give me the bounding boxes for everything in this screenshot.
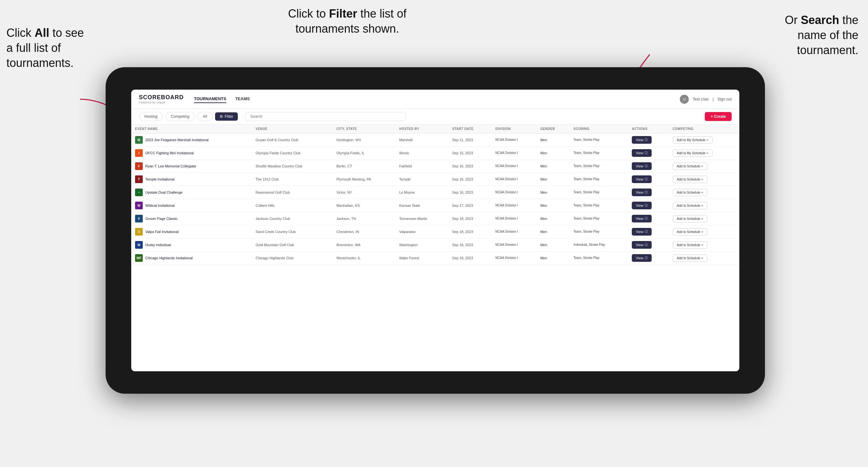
cell-venue-4: Ravenwood Golf Club bbox=[252, 186, 333, 199]
cell-competing-6: Add to Schedule + bbox=[669, 212, 739, 225]
cell-hosted-7: Valparaiso bbox=[395, 225, 448, 239]
plus-icon-7: + bbox=[701, 230, 703, 234]
add-schedule-button-5[interactable]: Add to Schedule + bbox=[673, 202, 707, 209]
cell-date-2: Sep 16, 2023 bbox=[448, 160, 492, 173]
event-name-text-7: Valpo Fall Invitational bbox=[145, 230, 179, 234]
nav-teams[interactable]: TEAMS bbox=[235, 95, 250, 103]
info-icon-4: ⓘ bbox=[645, 190, 648, 195]
create-button[interactable]: + Create bbox=[705, 112, 732, 121]
cell-city-2: Berlin, CT bbox=[333, 160, 395, 173]
cell-hosted-8: Washington bbox=[395, 239, 448, 252]
plus-icon-2: + bbox=[701, 164, 703, 168]
cell-event-name-2: F Ryan T. Lee Memorial Collegiate bbox=[131, 160, 252, 173]
info-icon-9: ⓘ bbox=[645, 256, 648, 260]
cell-gender-9: Men bbox=[536, 252, 570, 265]
cell-competing-5: Add to Schedule + bbox=[669, 199, 739, 212]
view-button-2[interactable]: View ⓘ bbox=[632, 162, 652, 170]
add-schedule-button-2[interactable]: Add to Schedule + bbox=[673, 163, 707, 170]
view-button-6[interactable]: View ⓘ bbox=[632, 215, 652, 222]
view-button-7[interactable]: View ⓘ bbox=[632, 228, 652, 236]
col-gender: GENDER bbox=[536, 125, 570, 133]
cell-event-name-9: WF Chicago Highlands Invitational bbox=[131, 252, 252, 265]
sign-out-link[interactable]: Sign out bbox=[718, 97, 732, 101]
cell-venue-8: Gold Mountain Golf Club bbox=[252, 239, 333, 252]
search-input[interactable] bbox=[246, 112, 405, 121]
cell-actions-4: View ⓘ bbox=[628, 186, 669, 199]
view-button-9[interactable]: View ⓘ bbox=[632, 254, 652, 262]
cell-date-1: Sep 15, 2023 bbox=[448, 147, 492, 160]
all-tab[interactable]: All bbox=[197, 112, 213, 121]
toolbar: Hosting Competing All ⚙ ⚙ Filter Filter … bbox=[131, 109, 739, 125]
cell-division-4: NCAA Division I bbox=[492, 186, 536, 199]
view-button-1[interactable]: View ⓘ bbox=[632, 149, 652, 157]
filter-icon: ⚙ bbox=[220, 114, 223, 119]
cell-actions-9: View ⓘ bbox=[628, 252, 669, 265]
add-schedule-button-0[interactable]: Add to My Schedule + bbox=[673, 136, 712, 144]
view-button-5[interactable]: View ⓘ bbox=[632, 201, 652, 209]
col-hosted-by: HOSTED BY bbox=[395, 125, 448, 133]
cell-scoring-2: Team, Stroke Play bbox=[570, 160, 628, 173]
hosting-tab[interactable]: Hosting bbox=[139, 112, 163, 121]
add-schedule-button-3[interactable]: Add to Schedule + bbox=[673, 176, 707, 183]
cell-competing-4: Add to Schedule + bbox=[669, 186, 739, 199]
cell-scoring-4: Team, Stroke Play bbox=[570, 186, 628, 199]
view-button-3[interactable]: View ⓘ bbox=[632, 176, 652, 183]
col-scoring: SCORING bbox=[570, 125, 628, 133]
team-logo-6: V bbox=[135, 215, 143, 222]
view-button-0[interactable]: View ⓘ bbox=[632, 136, 652, 144]
plus-icon-1: + bbox=[706, 151, 708, 155]
add-schedule-button-9[interactable]: Add to Schedule + bbox=[673, 254, 707, 262]
add-schedule-button-4[interactable]: Add to Schedule + bbox=[673, 189, 707, 196]
cell-venue-7: Sand Creek Country Club bbox=[252, 225, 333, 239]
plus-icon-0: + bbox=[706, 138, 708, 142]
cell-division-9: NCAA Division I bbox=[492, 252, 536, 265]
table-row: V Valpo Fall Invitational Sand Creek Cou… bbox=[131, 225, 739, 239]
cell-gender-8: Men bbox=[536, 239, 570, 252]
view-button-8[interactable]: View ⓘ bbox=[632, 241, 652, 249]
table-row: V Grover Page Classic Jackson Country Cl… bbox=[131, 212, 739, 225]
cell-date-8: Sep 18, 2023 bbox=[448, 239, 492, 252]
col-actions: ACTIONS bbox=[628, 125, 669, 133]
cell-date-9: Sep 18, 2023 bbox=[448, 252, 492, 265]
cell-venue-9: Chicago Highlands Club bbox=[252, 252, 333, 265]
cell-division-1: NCAA Division I bbox=[492, 147, 536, 160]
col-city-state: CITY, STATE bbox=[333, 125, 395, 133]
plus-icon-9: + bbox=[701, 256, 703, 260]
add-schedule-button-6[interactable]: Add to Schedule + bbox=[673, 215, 707, 222]
cell-scoring-1: Team, Stroke Play bbox=[570, 147, 628, 160]
team-logo-1: I bbox=[135, 149, 143, 157]
nav-tournaments[interactable]: TOURNAMENTS bbox=[194, 95, 226, 103]
cell-event-name-7: V Valpo Fall Invitational bbox=[131, 225, 252, 239]
cell-venue-6: Jackson Country Club bbox=[252, 212, 333, 225]
cell-competing-7: Add to Schedule + bbox=[669, 225, 739, 239]
info-icon-0: ⓘ bbox=[645, 137, 648, 142]
info-icon-8: ⓘ bbox=[645, 243, 648, 247]
cell-gender-3: Men bbox=[536, 173, 570, 186]
event-name-text-3: Temple Invitational bbox=[145, 177, 175, 181]
event-name-text-4: Upstate Dual Challenge bbox=[145, 190, 182, 194]
cell-city-7: Chesterton, IN bbox=[333, 225, 395, 239]
team-logo-8: W bbox=[135, 241, 143, 249]
logo-area: SCOREBOARD Powered by clippd bbox=[139, 94, 184, 104]
col-start-date: START DATE bbox=[448, 125, 492, 133]
add-schedule-button-1[interactable]: Add to My Schedule + bbox=[673, 150, 712, 157]
event-name-text-6: Grover Page Classic bbox=[145, 217, 178, 221]
table-row: F Ryan T. Lee Memorial Collegiate Shuttl… bbox=[131, 160, 739, 173]
cell-venue-3: The 1912 Club bbox=[252, 173, 333, 186]
cell-hosted-2: Fairfield bbox=[395, 160, 448, 173]
filter-button[interactable]: ⚙ ⚙ Filter Filter bbox=[215, 112, 238, 121]
table-row: M 2023 Joe Feaganes Marshall Invitationa… bbox=[131, 133, 739, 147]
app-header: SCOREBOARD Powered by clippd TOURNAMENTS… bbox=[131, 90, 739, 109]
plus-icon-6: + bbox=[701, 217, 703, 221]
user-name: Test User bbox=[692, 97, 709, 101]
user-avatar: U bbox=[680, 95, 689, 104]
cell-venue-2: Shuttle Meadow Country Club bbox=[252, 160, 333, 173]
info-icon-6: ⓘ bbox=[645, 216, 648, 221]
team-logo-3: T bbox=[135, 176, 143, 183]
add-schedule-button-8[interactable]: Add to Schedule + bbox=[673, 241, 707, 249]
cell-event-name-1: I OFCC Fighting Illini Invitational bbox=[131, 147, 252, 160]
main-nav: TOURNAMENTS TEAMS bbox=[194, 95, 680, 103]
view-button-4[interactable]: View ⓘ bbox=[632, 189, 652, 196]
add-schedule-button-7[interactable]: Add to Schedule + bbox=[673, 228, 707, 236]
competing-tab[interactable]: Competing bbox=[165, 112, 195, 121]
